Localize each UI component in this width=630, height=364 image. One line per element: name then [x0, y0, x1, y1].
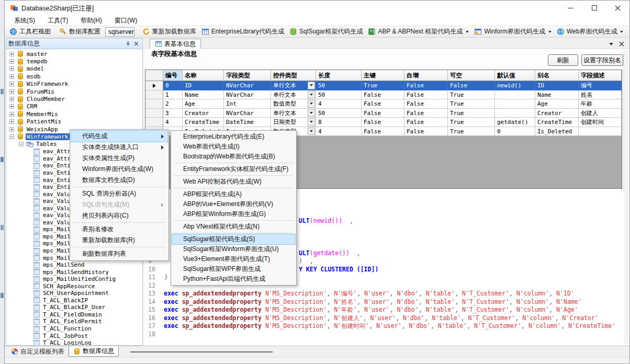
toolbar-button-web-globe[interactable]: Web界面代码生成 — [554, 27, 626, 37]
grid-cell[interactable]: 年龄 — [579, 99, 622, 109]
menubar-item-1[interactable]: 工具(T) — [41, 15, 74, 26]
tree-table-item[interactable]: mps_MailSendHistory — [6, 268, 142, 276]
combo-dropdown-button[interactable] — [308, 118, 315, 126]
grid-row-header[interactable] — [145, 99, 163, 109]
grid-column-header[interactable]: 别名 — [535, 70, 579, 81]
grid-cell[interactable]: False — [404, 118, 448, 127]
grid-cell[interactable] — [495, 109, 535, 118]
combo-dropdown-button[interactable] — [308, 109, 315, 117]
tree-table-item[interactable]: mps_MailSend — [6, 261, 142, 269]
grid-cell[interactable]: newid() — [495, 81, 535, 90]
grid-cell[interactable]: 1 — [163, 90, 183, 100]
toolbar-button-enterprise-table[interactable]: EnterpriseLibrary代码生成 — [199, 27, 287, 37]
grid-column-header[interactable]: 字段描述 — [579, 70, 622, 81]
bottom-tab-0[interactable]: 自定义模板列表 — [7, 346, 69, 357]
grid-cell[interactable]: NVarChar — [224, 109, 271, 118]
expand-icon[interactable]: + — [9, 52, 14, 56]
grid-cell[interactable]: 0 — [163, 81, 183, 90]
tab-close-icon[interactable] — [618, 40, 625, 48]
submenu-item-14[interactable]: SqlSugar框架代码生成(S) — [172, 234, 295, 244]
tree-table-item[interactable]: mps_MailUnifiedConfig — [6, 276, 142, 283]
horizontal-scrollbar-thumb[interactable] — [130, 351, 273, 352]
combo-dropdown-button[interactable] — [308, 128, 315, 135]
tree-db-item[interactable]: +MemberMis — [6, 110, 142, 118]
expand-icon[interactable]: + — [9, 119, 14, 124]
grid-row-header[interactable] — [145, 90, 163, 100]
grid-cell[interactable]: False — [448, 81, 495, 90]
tree-table-item[interactable]: T_ACL_FieldPermit — [6, 318, 142, 325]
toolbar-button-green-db[interactable]: SqlSugar框架代码生成 — [287, 27, 365, 37]
grid-cell[interactable]: False — [362, 90, 404, 100]
expand-icon[interactable]: + — [9, 59, 14, 64]
submenu-item-16[interactable]: Vue3+Element界面代码生成(T) — [172, 254, 295, 264]
grid-column-header[interactable]: 名称 — [183, 70, 224, 81]
grid-column-header[interactable]: 主键 — [362, 70, 404, 81]
grid-row-header[interactable] — [145, 81, 163, 90]
grid-column-header[interactable]: 默认值 — [495, 70, 535, 81]
tree-db-item[interactable]: +WinFramework — [6, 81, 142, 88]
combo-dropdown-button[interactable] — [308, 91, 315, 99]
submenu-item-17[interactable]: SqlSugar框架WPF界面生成 — [172, 264, 295, 274]
grid-cell[interactable]: 3 — [163, 109, 183, 118]
expand-icon[interactable]: + — [9, 74, 14, 79]
submenu-item-12[interactable]: Abp VNext框架代码生成(N) — [172, 222, 295, 232]
grid-cell[interactable]: Creator — [535, 109, 579, 118]
grid-cell[interactable]: NVarChar — [224, 81, 271, 90]
tree-table-item[interactable]: T_ACL_FieldDomain — [6, 311, 142, 318]
tree-table-item[interactable]: SCH_UserAppointment — [6, 290, 142, 297]
grid-cell[interactable]: DateTime — [224, 118, 271, 127]
grid-cell[interactable]: False — [404, 127, 448, 136]
grid-cell[interactable]: 2 — [163, 99, 183, 109]
combo-dropdown-button[interactable] — [308, 100, 315, 108]
expand-icon[interactable]: + — [9, 66, 14, 71]
tree-table-item[interactable]: T_ACL_LoginLog — [6, 339, 142, 345]
grid-cell[interactable]: False — [362, 118, 404, 127]
grid-column-header[interactable]: 编号 — [163, 70, 183, 81]
grid-cell[interactable]: Int — [224, 99, 271, 109]
grid-cell[interactable]: False — [362, 109, 404, 118]
grid-cell[interactable]: 50 — [316, 109, 362, 118]
expand-icon[interactable]: + — [9, 112, 14, 117]
grid-cell[interactable]: False — [404, 81, 448, 90]
context-menu-item-13[interactable]: 刷新数据库列表 — [71, 248, 167, 259]
grid-cell[interactable]: 50 — [316, 81, 362, 90]
grid-cell[interactable]: True — [448, 118, 495, 127]
grid-cell[interactable]: False — [362, 99, 404, 109]
grid-cell[interactable]: True — [448, 109, 495, 118]
grid-cell[interactable]: Is_Deleted — [535, 127, 579, 136]
grid-row-header[interactable] — [145, 118, 163, 127]
grid-cell[interactable]: True — [362, 81, 404, 90]
menubar-item-3[interactable]: 窗口(W) — [108, 15, 143, 26]
pin-icon[interactable] — [123, 40, 132, 48]
grid-cell[interactable]: Name — [535, 90, 579, 100]
context-menu-item-0[interactable]: 代码生成 — [71, 131, 167, 142]
tree-db-item[interactable]: +tempdb — [6, 58, 142, 65]
context-menu-item-2[interactable]: 实体类属性生成(P) — [71, 153, 167, 164]
grid-cell[interactable]: getdate() — [495, 118, 535, 127]
submenu-item-1[interactable]: Web界面代码生成(I) — [172, 142, 295, 152]
submenu-item-10[interactable]: ABP框架Winform界面生成(G) — [172, 209, 295, 219]
grid-cell[interactable]: 日期类型 — [271, 118, 316, 127]
grid-cell[interactable] — [495, 99, 535, 109]
grid-cell[interactable] — [495, 90, 535, 100]
grid-cell[interactable]: Name — [183, 90, 224, 100]
grid-cell[interactable] — [579, 127, 622, 136]
grid-cell[interactable]: 50 — [316, 90, 362, 100]
tree-table-item[interactable]: T_ACL_BlackIP_User — [6, 304, 142, 311]
grid-row-header[interactable] — [145, 109, 163, 118]
context-menu-item-10[interactable]: 表别名修改 — [71, 224, 167, 235]
tree-table-item[interactable]: T_ACL_Function — [6, 325, 142, 333]
grid-cell[interactable]: CreateTime — [535, 118, 579, 127]
context-menu-item-8[interactable]: 拷贝列表内容(C) — [71, 210, 167, 221]
tree-db-item[interactable]: +PatientMis — [6, 118, 142, 126]
set-field-alias-button[interactable]: 设置字段别名 — [581, 54, 623, 66]
tree-table-item[interactable]: SCH_AppResource — [6, 282, 142, 290]
grid-cell[interactable]: 数值类型 — [271, 99, 316, 109]
grid-cell[interactable]: 创建时间 — [579, 118, 622, 127]
grid-row[interactable]: 4CreateTimeDateTime日期类型8FalseFalseTruege… — [145, 118, 622, 127]
grid-cell[interactable]: True — [448, 127, 495, 136]
tree-table-item[interactable]: T_ACL_JobPost — [6, 332, 142, 339]
tab-list-dropdown-icon[interactable] — [608, 40, 615, 48]
minimize-button[interactable] — [559, 1, 582, 15]
tree-db-item[interactable]: +msdb — [6, 73, 142, 80]
